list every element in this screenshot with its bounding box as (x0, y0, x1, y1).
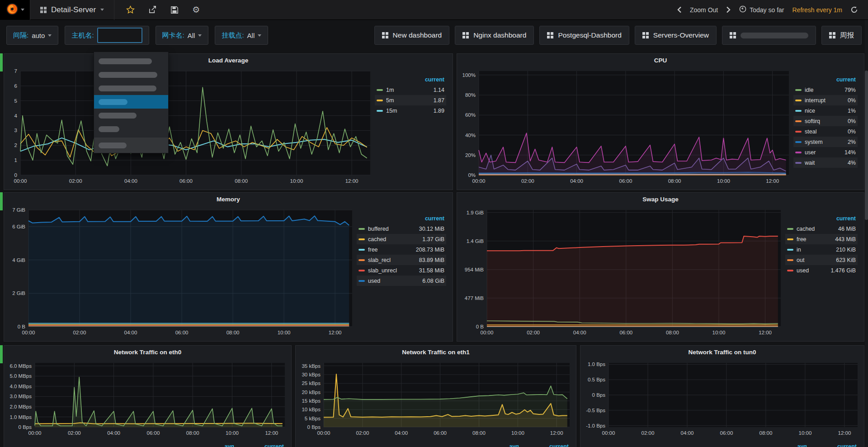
refresh-interval-button[interactable]: Refresh every 1m (793, 6, 842, 14)
svg-text:02:00: 02:00 (521, 178, 534, 184)
time-picker[interactable]: Today so far (739, 5, 784, 14)
panel-title[interactable]: Swap Usage (457, 193, 864, 204)
hostname-input[interactable] (97, 28, 142, 43)
svg-text:0 B: 0 B (18, 324, 26, 329)
legend-row-idle[interactable]: idle79% (793, 85, 858, 95)
svg-text:0 Bps: 0 Bps (307, 424, 321, 430)
scrollbar-thumb[interactable] (865, 71, 868, 220)
chart-canvas: 00:0002:0004:0006:0008:0010:0012:00-1.0 … (582, 357, 862, 440)
dashboard-link[interactable]: Servers-Overview (635, 26, 717, 45)
chevron-right-icon[interactable] (726, 6, 731, 13)
legend-row-user[interactable]: user14% (793, 147, 858, 157)
series-color-dash (359, 259, 365, 261)
panel-title[interactable]: CPU (457, 54, 864, 65)
load-average-chart: 00:0002:0004:0006:0008:0010:0012:0001234… (6, 66, 375, 188)
legend-row-softirq[interactable]: softirq0% (793, 116, 858, 126)
legend-row-slab_unrecl[interactable]: slab_unrecl31.58 MiB (357, 265, 446, 276)
row-toggle-tab[interactable] (0, 345, 3, 363)
star-icon[interactable] (126, 5, 135, 14)
legend-header: current (785, 214, 858, 224)
legend-row-used[interactable]: used1.476 GiB (785, 265, 858, 276)
panel-network-eth1: Network Traffic on eth1 00:0002:0004:000… (295, 345, 576, 447)
series-current-value: 83.89 MiB (419, 257, 444, 263)
legend-row-free[interactable]: free208.73 MiB (357, 244, 446, 255)
dashboard-link[interactable]: Nginx dashboard (455, 26, 534, 45)
series-current-value: 443 MiB (835, 236, 856, 243)
variable-nic[interactable]: 网卡名:All (156, 26, 209, 45)
legend-header: avgcurrent (10, 442, 284, 447)
gear-icon[interactable]: ⚙ (192, 5, 200, 14)
legend-row-in[interactable]: in210 KiB (785, 244, 858, 255)
series-name: nice (805, 108, 815, 114)
legend-row-cached[interactable]: cached1.37 GiB (357, 234, 446, 244)
variable-mount[interactable]: 挂载点:All (215, 26, 268, 45)
chart-canvas: 00:0002:0004:0006:0008:0010:0012:000 B47… (459, 204, 785, 339)
dropdown-item[interactable] (94, 81, 168, 95)
svg-text:04:00: 04:00 (570, 178, 583, 184)
row-toggle-tab[interactable] (0, 192, 3, 210)
dropdown-item[interactable] (94, 68, 168, 81)
dropdown-item[interactable] (94, 109, 168, 122)
svg-text:06:00: 06:00 (619, 178, 632, 184)
legend-row-interrupt[interactable]: interrupt0% (793, 95, 858, 105)
caret-down-icon (100, 9, 104, 11)
legend-row-1m[interactable]: 1m1.14 (375, 85, 446, 95)
panel-title[interactable]: Network Traffic on eth1 (296, 346, 576, 357)
zoom-out-button[interactable]: Zoom Out (690, 6, 718, 14)
legend-row-buffered[interactable]: buffered30.12 MiB (357, 224, 446, 234)
panel-title[interactable]: Network Traffic on tun0 (580, 346, 864, 357)
svg-text:4.0 MBps: 4.0 MBps (9, 384, 32, 389)
legend-row-5m[interactable]: 5m1.87 (375, 95, 446, 105)
dashboard-link-redacted[interactable] (722, 26, 816, 45)
series-name: used (368, 278, 380, 284)
scrollbar-track[interactable] (865, 20, 868, 447)
row-toggle-tab[interactable] (0, 53, 3, 71)
svg-text:3: 3 (14, 128, 17, 133)
series-current-value: 4% (848, 160, 856, 166)
refresh-icon[interactable] (850, 6, 858, 14)
svg-text:20%: 20% (465, 152, 476, 158)
dashboard-link[interactable]: 周报 (821, 26, 862, 45)
svg-text:08:00: 08:00 (235, 178, 248, 184)
legend-row-15m[interactable]: 15m1.89 (375, 105, 446, 116)
series-name: 5m (386, 97, 394, 104)
dropdown-item[interactable] (94, 54, 168, 68)
panel-title[interactable]: Load Average (4, 54, 453, 65)
save-icon[interactable] (170, 6, 179, 14)
series-color-dash (795, 131, 802, 133)
series-color-dash (359, 228, 365, 230)
series-color-dash (359, 249, 365, 251)
series-name: interrupt (805, 97, 826, 104)
dashboard-link[interactable]: New dashboard (374, 26, 450, 45)
dashboard-grid-icon (382, 32, 388, 38)
series-color-dash (377, 110, 383, 112)
dashboard-link-label: Postgesql-Dashbord (558, 31, 621, 39)
dashboard-link-label: 周报 (840, 31, 854, 40)
legend-row-out[interactable]: out623 KiB (785, 255, 858, 265)
svg-text:7: 7 (14, 68, 17, 74)
legend-row-slab_recl[interactable]: slab_recl83.89 MiB (357, 255, 446, 265)
dashboard-title-menu[interactable]: Detail-Server (30, 0, 114, 20)
dropdown-item[interactable] (94, 122, 168, 136)
variable-hostname[interactable]: 主机名: (65, 26, 149, 45)
panel-title[interactable]: Memory (4, 193, 453, 204)
dropdown-item[interactable] (94, 138, 168, 153)
legend-row-free[interactable]: free443 MiB (785, 234, 858, 244)
submenu-bar: 间隔:auto主机名:网卡名:All挂载点:All New dashboardN… (0, 20, 868, 51)
legend-row-wait[interactable]: wait4% (793, 157, 858, 168)
grafana-logo-button[interactable] (0, 0, 30, 20)
legend-row-cached[interactable]: cached46 MiB (785, 224, 858, 234)
legend: currentidle79%interrupt0%nice1%softirq0%… (793, 66, 862, 188)
legend-row-used[interactable]: used6.08 GiB (357, 276, 446, 286)
variable-interval[interactable]: 间隔:auto (6, 26, 58, 45)
legend-row-system[interactable]: system2% (793, 137, 858, 147)
legend-row-nice[interactable]: nice1% (793, 105, 858, 116)
share-icon[interactable] (148, 5, 157, 14)
redacted-label (741, 33, 808, 38)
chevron-left-icon[interactable] (677, 6, 682, 13)
dashboard-link[interactable]: Postgesql-Dashbord (539, 26, 629, 45)
svg-text:12:00: 12:00 (550, 430, 563, 436)
panel-title[interactable]: Network Traffic on eth0 (4, 346, 291, 357)
legend-row-steal[interactable]: steal0% (793, 126, 858, 137)
dropdown-item-selected[interactable] (94, 95, 168, 109)
